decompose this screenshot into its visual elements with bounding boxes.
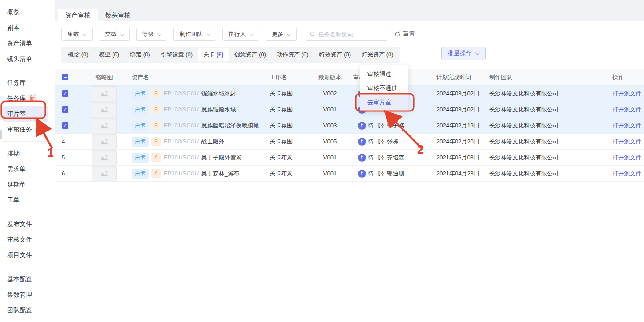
plan-date-cell: 2024年02月20日 (434, 138, 486, 146)
sidebar-item-基本配置[interactable]: 基本配置 (3, 271, 48, 287)
asset-name[interactable]: 奥丁森林_瀑布 (201, 170, 239, 178)
asset-path-prefix: EP102/SC01/ (164, 90, 199, 97)
thumbnail-cell (80, 134, 128, 149)
asset-name[interactable]: 魔族幽暗沼泽夜晚俯瞰 (201, 122, 259, 130)
thumbnail-cell (80, 118, 128, 133)
category-label: 关卡 (203, 51, 217, 58)
chevron-down-icon (250, 32, 254, 36)
filter-label: 等级 (142, 30, 154, 38)
open-source-file-link[interactable]: 打开源文件 (612, 90, 641, 98)
filter-dropdown-等级[interactable]: 等级 (136, 28, 167, 41)
search-box[interactable] (306, 28, 388, 41)
search-input[interactable] (318, 31, 384, 38)
sidebar-item-工单[interactable]: 工单 (3, 192, 48, 208)
thumbnail-placeholder[interactable] (92, 86, 117, 101)
thumbnail-placeholder[interactable] (92, 118, 117, 133)
filter-label: 类型 (105, 30, 117, 38)
menu-item-审核通过[interactable]: 审核通过 (360, 67, 408, 81)
category-tab-灯光资产[interactable]: 灯光资产 (0) (357, 48, 398, 61)
sidebar-item-流程配置[interactable]: 流程配置 (3, 318, 48, 322)
category-tab-概念[interactable]: 概念 (0) (63, 48, 93, 61)
tab-镜头审核[interactable]: 镜头审核 (98, 9, 138, 21)
sidebar-item-审核任务[interactable]: 审核任务 (3, 122, 48, 137)
open-source-file-link[interactable]: 打开源文件 (612, 106, 641, 114)
sidebar-item-任务库-new[interactable]: 任务库新 (3, 91, 48, 106)
open-source-file-link[interactable]: 打开源文件 (612, 138, 641, 146)
batch-actions-label: 批量操作 (448, 49, 472, 57)
sidebar-item-概览[interactable]: 概览 (3, 4, 48, 20)
menu-item-审核不通过[interactable]: 审核不通过 (360, 81, 408, 95)
sidebar-item-任务库[interactable]: 任务库 (3, 75, 48, 91)
plan-date-cell: 2024年03月02日 (434, 90, 486, 98)
filter-dropdown-制作团队[interactable]: 制作团队 (173, 28, 216, 41)
category-label: 模型 (99, 51, 113, 58)
asset-type-tag: 关卡 (132, 121, 149, 131)
thumbnail-placeholder[interactable] (92, 134, 117, 149)
asset-name[interactable]: 魔族锯鳐水域 (201, 106, 236, 114)
asset-path-prefix: EP100/SC01/ (164, 138, 199, 145)
category-tab-动作资产[interactable]: 动作资产 (0) (272, 48, 314, 61)
sidebar-item-资产清单[interactable]: 资产清单 (3, 36, 48, 51)
category-tab-特效资产[interactable]: 特效资产 (0) (314, 48, 356, 61)
row-checkbox-checked[interactable]: ✓ (62, 90, 68, 97)
sidebar-item-剧本[interactable]: 剧本 (3, 20, 48, 36)
plan-date-cell: 2024年02月19日 (434, 122, 486, 130)
filter-dropdown-执行人[interactable]: 执行人 (222, 28, 259, 41)
table-row: 6关卡AEP001/SC01/奥丁森林_瀑布关卡布景V001t待 【张邬迪珊20… (55, 166, 644, 182)
thumbnail-placeholder[interactable] (92, 166, 117, 181)
category-label: 概念 (68, 51, 81, 58)
category-tab-模型[interactable]: 模型 (0) (94, 48, 125, 61)
row-select-cell: 4 (55, 138, 80, 145)
asset-grade-tag: S (151, 105, 161, 114)
batch-actions-button[interactable]: 批量操作 (441, 47, 486, 60)
version-cell: V002 (313, 90, 347, 97)
select-all-checkbox[interactable] (62, 74, 68, 80)
sidebar-item-审核文件[interactable]: 审核文件 (3, 232, 48, 247)
category-count: (0) (143, 51, 150, 58)
search-icon (310, 31, 315, 37)
category-count: (6) (217, 51, 224, 58)
asset-path-prefix: EP001/SC01/ (164, 154, 199, 161)
reset-label: 重置 (403, 30, 415, 38)
filter-dropdown-更多[interactable]: 更多 (266, 28, 297, 41)
plan-date-cell: 2021年04月23日 (434, 170, 486, 178)
row-checkbox-checked[interactable]: ✓ (62, 122, 68, 129)
sidebar-item-label: 任务库 (7, 95, 26, 102)
filter-dropdown-类型[interactable]: 类型 (99, 28, 130, 41)
open-source-file-link[interactable]: 打开源文件 (612, 122, 641, 130)
status-avatar-icon: t (358, 138, 366, 146)
plan-date-cell: 2024年03月02日 (434, 106, 486, 114)
category-tab-创意资产[interactable]: 创意资产 (0) (229, 48, 271, 61)
sidebar-item-集数管理[interactable]: 集数管理 (3, 287, 48, 302)
open-source-file-link[interactable]: 打开源文件 (612, 170, 641, 178)
thumbnail-placeholder[interactable] (92, 102, 117, 117)
chevron-down-icon (120, 32, 125, 36)
asset-name[interactable]: 奥丁子殿外雪景 (201, 154, 242, 162)
category-tab-绑定[interactable]: 绑定 (0) (125, 48, 155, 61)
sidebar-item-镜头清单[interactable]: 镜头清单 (3, 51, 48, 67)
asset-name[interactable]: 战士殿外 (201, 138, 225, 146)
open-source-file-link[interactable]: 打开源文件 (612, 154, 641, 162)
asset-name[interactable]: 锯鳐水域冰封 (201, 90, 236, 98)
thumbnail-placeholder[interactable] (92, 150, 117, 165)
category-tab-关卡[interactable]: 关卡 (6) (198, 48, 229, 61)
sidebar-item-团队配置[interactable]: 团队配置 (3, 302, 48, 318)
sidebar-item-项目文件[interactable]: 项目文件 (3, 247, 48, 263)
reset-button[interactable]: 重置 (394, 30, 415, 38)
menu-item-去审片室[interactable]: 去审片室 (360, 95, 408, 110)
chevron-down-icon (287, 32, 291, 36)
category-label: 灯光资产 (362, 51, 386, 58)
filter-dropdown-集数[interactable]: 集数 (61, 28, 93, 41)
sidebar-item-发布文件[interactable]: 发布文件 (3, 216, 48, 232)
sidebar-item-label: 资产清单 (7, 40, 32, 47)
table-header-row: 缩略图 资产名 工序名 最新版本 审核 计划完成时间 制作团队 操作 (55, 69, 644, 86)
refresh-icon (394, 31, 401, 37)
sidebar-item-排期[interactable]: 排期 (3, 146, 48, 161)
sidebar-item-延期单[interactable]: 延期单 (3, 177, 48, 192)
sidebar-item-审片室[interactable]: 审片室 (3, 106, 48, 122)
sidebar-item-需求单[interactable]: 需求单 (3, 161, 48, 177)
tab-资产审核[interactable]: 资产审核 (58, 9, 98, 21)
row-checkbox-checked[interactable]: ✓ (62, 106, 68, 113)
category-tab-引擎设置[interactable]: 引擎设置 (0) (156, 48, 198, 61)
executor-cell: 邬迪珊 (384, 170, 434, 178)
